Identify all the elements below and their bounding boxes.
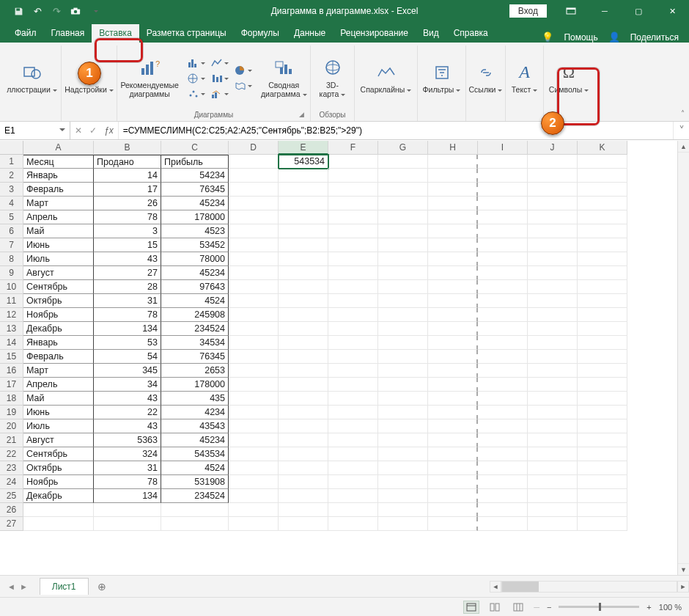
cell[interactable] (328, 183, 378, 197)
row-header[interactable]: 24 (0, 475, 23, 489)
cell[interactable]: Октябрь (23, 294, 94, 308)
cell[interactable] (279, 461, 328, 475)
sparklines-button[interactable]: Спарклайны (356, 61, 416, 95)
ribbon-options-icon[interactable] (554, 0, 588, 22)
cell[interactable] (528, 252, 578, 266)
cell[interactable] (279, 183, 328, 197)
cell[interactable]: Апрель (23, 378, 94, 392)
cell[interactable]: 43 (94, 252, 161, 266)
cell[interactable] (279, 392, 328, 406)
sheet-tab[interactable]: Лист1 (40, 578, 89, 595)
cell[interactable] (229, 447, 279, 461)
tab-формулы[interactable]: Формулы (234, 24, 287, 43)
cell[interactable]: 134 (94, 322, 161, 336)
cell[interactable] (229, 503, 279, 517)
cell[interactable] (578, 238, 627, 252)
fx-icon[interactable]: ƒx (104, 125, 114, 136)
cell[interactable] (229, 308, 279, 322)
line-chart-icon[interactable] (211, 56, 229, 70)
row-header[interactable]: 3 (0, 183, 23, 197)
cell[interactable] (378, 433, 428, 447)
cell[interactable] (328, 392, 378, 406)
hierarchy-chart-icon[interactable] (188, 72, 205, 85)
cell[interactable] (161, 517, 229, 531)
cell[interactable] (478, 392, 528, 406)
cell[interactable]: 26 (94, 197, 161, 210)
cell[interactable]: 27 (94, 266, 161, 280)
cell[interactable] (578, 392, 627, 406)
cell[interactable] (229, 517, 279, 531)
cell[interactable] (578, 252, 627, 266)
qat-customize-icon[interactable] (89, 6, 100, 16)
cell[interactable] (578, 461, 627, 475)
cell[interactable] (229, 183, 279, 197)
cell[interactable] (279, 266, 328, 280)
cell[interactable] (229, 392, 279, 406)
row-header[interactable]: 27 (0, 517, 23, 531)
cell[interactable] (279, 308, 328, 322)
cell[interactable] (528, 419, 578, 433)
cell[interactable] (279, 364, 328, 378)
cell[interactable] (428, 392, 478, 406)
cell[interactable] (578, 350, 627, 364)
column-header[interactable]: I (478, 141, 528, 155)
cell[interactable] (328, 210, 378, 224)
cell[interactable] (578, 183, 627, 197)
zoom-level[interactable]: 100 % (659, 603, 682, 612)
column-chart-icon[interactable] (188, 56, 205, 70)
cell[interactable] (428, 489, 478, 503)
cell[interactable] (428, 266, 478, 280)
cell[interactable] (428, 197, 478, 210)
links-button[interactable]: Ссылки (465, 61, 507, 95)
cell[interactable] (528, 433, 578, 447)
row-header[interactable]: 18 (0, 392, 23, 406)
statistical-chart-icon[interactable] (211, 72, 229, 85)
cell[interactable] (229, 169, 279, 183)
row-header[interactable]: 23 (0, 461, 23, 475)
cell[interactable] (478, 336, 528, 350)
vertical-scrollbar[interactable]: ▲ ▼ (677, 141, 689, 575)
cell[interactable] (279, 419, 328, 433)
cell[interactable]: 14 (94, 169, 161, 183)
cell[interactable]: 97643 (161, 280, 229, 294)
cell[interactable] (478, 308, 528, 322)
cell[interactable]: Август (23, 433, 94, 447)
cell[interactable] (428, 210, 478, 224)
cell[interactable] (23, 517, 94, 531)
tab-главная[interactable]: Главная (44, 24, 92, 43)
cell[interactable] (279, 197, 328, 210)
cell[interactable] (428, 406, 478, 419)
scroll-left-icon[interactable]: ◄ (490, 581, 501, 593)
cell[interactable] (478, 266, 528, 280)
cell[interactable] (478, 197, 528, 210)
cell[interactable]: 17 (94, 183, 161, 197)
cell[interactable] (328, 155, 378, 169)
row-header[interactable]: 12 (0, 308, 23, 322)
cell[interactable] (279, 350, 328, 364)
zoom-in-button[interactable]: + (646, 603, 651, 612)
help-link[interactable]: Помощь (564, 32, 597, 43)
cell[interactable] (528, 489, 578, 503)
cell[interactable] (528, 461, 578, 475)
cell[interactable]: Месяц (23, 155, 94, 169)
cell[interactable] (229, 433, 279, 447)
row-header[interactable]: 20 (0, 419, 23, 433)
cell[interactable]: Июль (23, 252, 94, 266)
cell[interactable] (229, 280, 279, 294)
cell[interactable] (229, 155, 279, 169)
cell[interactable] (328, 266, 378, 280)
cell[interactable] (229, 224, 279, 238)
cell[interactable]: 4524 (161, 294, 229, 308)
zoom-out-button[interactable]: − (547, 603, 551, 612)
row-header[interactable]: 26 (0, 503, 23, 517)
tab-файл[interactable]: Файл (7, 24, 44, 43)
cell[interactable] (279, 294, 328, 308)
cell[interactable] (378, 266, 428, 280)
cell[interactable] (478, 378, 528, 392)
cell[interactable]: Сентябрь (23, 447, 94, 461)
redo-icon[interactable]: ↷ (51, 6, 62, 16)
cell[interactable] (378, 183, 428, 197)
cell[interactable]: 45234 (161, 433, 229, 447)
cell[interactable] (578, 294, 627, 308)
3d-map-button[interactable]: 3D- карта (315, 56, 350, 100)
